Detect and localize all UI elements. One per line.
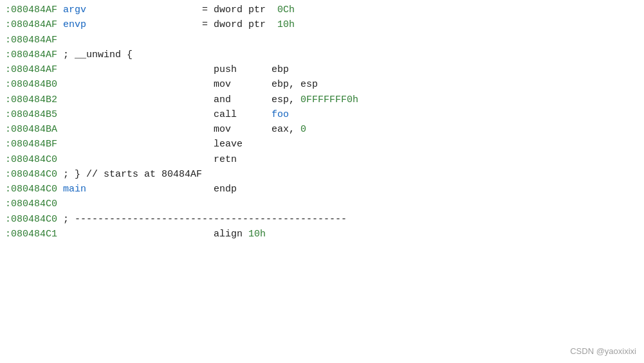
code-part: mov eax, <box>57 122 300 137</box>
code-line: :080484C0 retn <box>5 152 639 167</box>
code-line: :080484C0 <box>5 197 639 211</box>
address: :080484AF <box>5 33 57 48</box>
code-line: :080484BA mov eax, 0 <box>5 122 639 137</box>
code-line: :080484C0 ; ----------------------------… <box>5 212 639 227</box>
code-part: envp <box>57 17 86 32</box>
code-container: :080484AF argv = dword ptr 0Ch:080484AF … <box>0 3 644 242</box>
address: :080484C0 <box>5 212 57 227</box>
address: :080484C0 <box>5 182 57 197</box>
code-part: 0FFFFFFF0h <box>300 93 358 107</box>
code-part: 0Ch <box>277 3 295 17</box>
code-part: ; } // starts at 80484AF <box>57 167 202 182</box>
code-line: :080484AF argv = dword ptr 0Ch <box>5 3 639 17</box>
watermark: CSDN @yaoxixixi <box>570 345 636 358</box>
code-line: :080484C0 ; } // starts at 80484AF <box>5 167 639 182</box>
address: :080484C0 <box>5 167 57 182</box>
code-part: endp <box>86 182 237 197</box>
code-part: ; __unwind { <box>57 48 133 62</box>
code-part: argv <box>57 3 86 17</box>
address: :080484AF <box>5 62 57 77</box>
code-part: 0 <box>300 122 306 137</box>
address: :080484B5 <box>5 107 57 122</box>
code-part: 10h <box>277 17 295 32</box>
code-part: and esp, <box>57 93 300 107</box>
code-part: main <box>57 182 86 197</box>
code-line: :080484B2 and esp, 0FFFFFFF0h <box>5 93 639 107</box>
code-part: leave <box>57 137 243 152</box>
code-part: retn <box>57 152 237 167</box>
code-line: :080484B5 call foo <box>5 107 639 122</box>
code-part: foo <box>271 107 289 122</box>
code-line: :080484C0 main endp <box>5 182 639 197</box>
code-line: :080484C1 align 10h <box>5 227 639 242</box>
code-part: = dword ptr <box>86 17 277 32</box>
address: :080484AF <box>5 17 57 32</box>
address: :080484C1 <box>5 227 57 242</box>
code-part: push ebp <box>57 62 289 77</box>
code-part: ; --------------------------------------… <box>57 212 347 227</box>
code-line: :080484AF envp = dword ptr 10h <box>5 17 639 32</box>
code-part: mov ebp, esp <box>57 77 318 92</box>
code-line: :080484AF push ebp <box>5 62 639 77</box>
address: :080484BF <box>5 137 57 152</box>
address: :080484B2 <box>5 93 57 107</box>
code-line: :080484BF leave <box>5 137 639 152</box>
address: :080484C0 <box>5 152 57 167</box>
code-line: :080484AF <box>5 33 639 48</box>
code-line: :080484B0 mov ebp, esp <box>5 77 639 92</box>
code-part: align <box>57 227 248 242</box>
code-part: 10h <box>248 227 266 242</box>
address: :080484AF <box>5 48 57 62</box>
code-part: call <box>57 107 271 122</box>
address: :080484BA <box>5 122 57 137</box>
code-line: :080484AF ; __unwind { <box>5 48 639 62</box>
code-part: = dword ptr <box>86 3 277 17</box>
address: :080484C0 <box>5 197 57 211</box>
address: :080484AF <box>5 3 57 17</box>
address: :080484B0 <box>5 77 57 92</box>
